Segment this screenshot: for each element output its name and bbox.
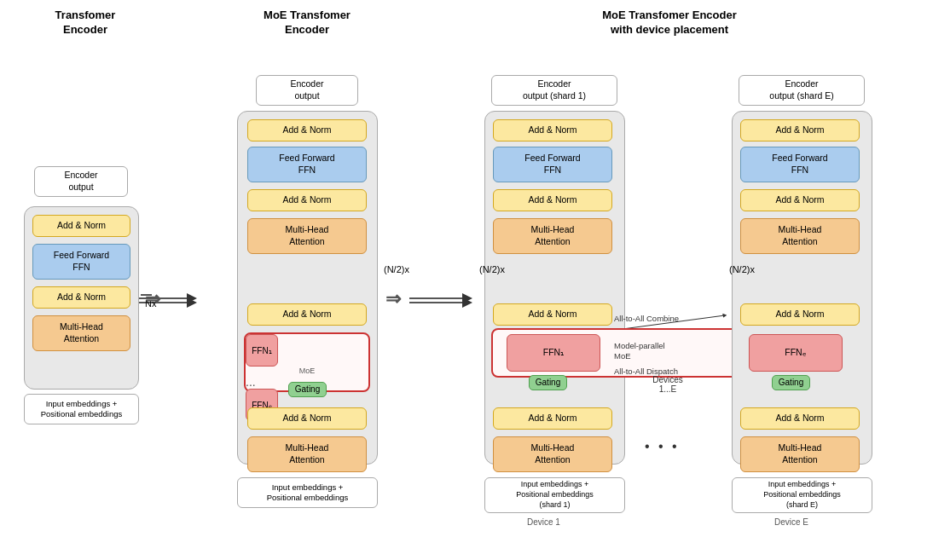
col2-attention-bot: Multi-HeadAttention	[247, 436, 367, 472]
device1-add-norm-moe: Add & Norm	[493, 303, 612, 326]
col2-nx: (N/2)x	[384, 264, 409, 274]
all-to-all-dispatch-label: All-to-All Dispatch	[614, 367, 678, 376]
col2-input: Input embeddings +Positional embeddings	[237, 477, 378, 508]
col2-add-norm-moe: Add & Norm	[247, 303, 367, 326]
devices-label: Devices1...E	[638, 375, 698, 394]
deviceE-output: Encoderoutput (shard E)	[739, 75, 865, 106]
col2-gating: Gating	[288, 382, 327, 397]
device1-add-norm-bot: Add & Norm	[493, 407, 612, 430]
col1-ffn: Feed ForwardFFN	[32, 244, 130, 280]
deviceE-input: Input embeddings +Positional embeddings(…	[732, 477, 872, 513]
device1-label: Device 1	[527, 517, 560, 527]
col2-attention-top: Multi-HeadAttention	[247, 218, 367, 254]
col1-input: Input embeddings +Positional embeddings	[24, 394, 139, 424]
deviceE-ffnE: FFNₑ	[749, 334, 843, 372]
model-parallel-label: Model-parallelMoE	[614, 341, 665, 362]
col2-ffn: Feed ForwardFFN	[247, 147, 367, 182]
col1-add-norm-mid: Add & Norm	[32, 286, 130, 309]
deviceE-attention-top: Multi-HeadAttention	[740, 218, 860, 254]
device1-add-norm-top: Add & Norm	[493, 119, 612, 141]
col2-add-norm-bot: Add & Norm	[247, 407, 367, 430]
col1-attention: Multi-HeadAttention	[32, 315, 130, 351]
deviceE-gating: Gating	[772, 375, 810, 390]
device1-ffn1: FFN₁	[507, 334, 600, 372]
col2-ffn1: FFN₁	[246, 334, 278, 367]
diagram: TransfomerEncoder Encoderoutput Add & No…	[0, 0, 927, 560]
col2-output: Encoderoutput	[256, 75, 358, 106]
deviceE-attention-bot: Multi-HeadAttention	[740, 436, 860, 472]
deviceE-add-norm-moe: Add & Norm	[740, 303, 860, 326]
mid-dots: • • •	[645, 439, 680, 454]
col1-add-norm-top: Add & Norm	[32, 215, 130, 237]
deviceE-add-norm-bot: Add & Norm	[740, 407, 860, 430]
col2-add-norm-top: Add & Norm	[247, 119, 367, 141]
arrow-col2-col3: ⇒	[385, 288, 401, 310]
arrow-col1-col2: ⇒	[145, 288, 160, 310]
device1-attention-bot: Multi-HeadAttention	[493, 436, 612, 472]
deviceE-add-norm-mid: Add & Norm	[740, 189, 860, 211]
col2-title: MoE TransfomerEncoder	[222, 9, 392, 38]
col3-title: MoE Transfomer Encoderwith device placem…	[486, 9, 853, 38]
col2-moe-label: MoE	[246, 367, 368, 375]
device1-attention-top: Multi-HeadAttention	[493, 218, 612, 254]
deviceE-label: Device E	[774, 517, 808, 527]
col2-add-norm-mid2: Add & Norm	[247, 189, 367, 211]
device1-nx: (N/2)x	[479, 264, 505, 274]
deviceE-add-norm-top: Add & Norm	[740, 119, 860, 141]
device1-add-norm-mid: Add & Norm	[493, 189, 612, 211]
device1-input: Input embeddings +Positional embeddings(…	[484, 477, 625, 513]
all-to-all-combine-label: All-to-All Combine	[614, 314, 679, 323]
deviceE-ffn: Feed ForwardFFN	[740, 147, 860, 182]
device1-gating: Gating	[529, 375, 567, 390]
deviceE-nx: (N/2)x	[729, 264, 755, 274]
col1-output-label: Encoderoutput	[34, 166, 128, 197]
device1-ffn: Feed ForwardFFN	[493, 147, 612, 182]
col1-title: TransfomerEncoder	[26, 9, 145, 38]
device1-output: Encoderoutput (shard 1)	[491, 75, 617, 106]
